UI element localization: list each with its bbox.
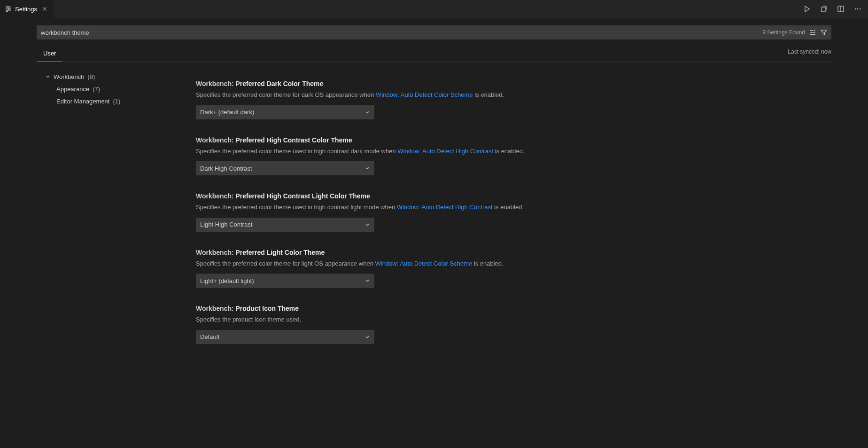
- search-status: 9 Settings Found: [762, 25, 828, 39]
- setting-link[interactable]: Window: Auto Detect Color Scheme: [376, 91, 473, 98]
- setting-description: Specifies the preferred color theme for …: [196, 90, 847, 100]
- scope-tab-user-label: User: [43, 50, 56, 57]
- setting-category: Workbench:: [196, 249, 236, 256]
- settings-tab[interactable]: Settings: [0, 0, 54, 18]
- setting-select-dropdown[interactable]: Light+ (default light): [196, 274, 374, 288]
- toc-appearance-count: (7): [93, 86, 100, 93]
- svg-point-9: [855, 8, 856, 9]
- setting-select-dropdown[interactable]: Dark High Contrast: [196, 161, 374, 175]
- svg-rect-6: [822, 7, 825, 12]
- setting-select-value: Light+ (default light): [200, 277, 254, 284]
- setting-link[interactable]: Window: Auto Detect High Contrast: [397, 148, 493, 155]
- setting-preferred-high-contrast-light-color-theme: Workbench: Preferred High Contrast Light…: [196, 186, 847, 242]
- setting-select-dropdown[interactable]: Dark+ (default dark): [196, 105, 374, 119]
- settings-search-container: 9 Settings Found: [37, 25, 831, 39]
- setting-select-dropdown[interactable]: Default: [196, 330, 374, 344]
- settings-main-content: Workbench (9) Appearance (7) Editor Mana…: [0, 70, 868, 448]
- settings-toc: Workbench (9) Appearance (7) Editor Mana…: [0, 70, 175, 448]
- chevron-down-icon: [364, 334, 370, 340]
- setting-select-value: Light High Contrast: [200, 221, 252, 228]
- svg-point-10: [857, 8, 858, 9]
- setting-link[interactable]: Window: Auto Detect Color Scheme: [375, 260, 473, 267]
- open-json-icon[interactable]: [817, 2, 830, 16]
- toc-item-appearance[interactable]: Appearance (7): [44, 83, 174, 95]
- setting-description: Specifies the preferred color theme used…: [196, 203, 847, 212]
- toc-item-editor-management[interactable]: Editor Management (1): [44, 95, 174, 107]
- setting-category: Workbench:: [196, 80, 236, 87]
- clear-search-icon[interactable]: [809, 29, 816, 36]
- setting-select-value: Default: [200, 333, 219, 340]
- toc-item-workbench[interactable]: Workbench (9): [44, 71, 174, 83]
- svg-point-5: [6, 10, 8, 12]
- more-actions-icon[interactable]: [851, 2, 864, 16]
- toc-workbench-label: Workbench: [54, 73, 85, 80]
- toc-workbench-count: (9): [88, 73, 95, 80]
- sync-status-label: Last synced: now: [788, 48, 831, 60]
- chevron-down-icon: [364, 278, 370, 283]
- settings-scope-row: User Last synced: now: [37, 46, 831, 62]
- setting-select-value: Dark+ (default dark): [200, 109, 254, 116]
- settings-tab-label: Settings: [15, 6, 37, 13]
- toc-appearance-label: Appearance: [56, 86, 89, 93]
- setting-description: Specifies the preferred color theme for …: [196, 259, 847, 268]
- setting-description: Specifies the preferred color theme used…: [196, 147, 847, 156]
- setting-product-icon-theme: Workbench: Product Icon Theme Specifies …: [196, 298, 847, 354]
- chevron-down-icon: [364, 222, 370, 228]
- setting-preferred-dark-color-theme: Workbench: Preferred Dark Color Theme Sp…: [196, 73, 847, 130]
- svg-rect-13: [810, 32, 815, 32]
- search-count-label: 9 Settings Found: [762, 29, 805, 36]
- setting-category: Workbench:: [196, 136, 236, 144]
- run-icon[interactable]: [800, 2, 814, 16]
- chevron-down-icon: [44, 73, 52, 80]
- toc-editor-mgmt-label: Editor Management: [56, 98, 109, 105]
- editor-tab-bar: Settings: [0, 0, 868, 18]
- filter-icon[interactable]: [820, 29, 828, 36]
- setting-description: Specifies the product icon theme used.: [196, 315, 847, 324]
- svg-point-3: [7, 6, 8, 8]
- settings-tab-icon: [5, 5, 12, 13]
- setting-link[interactable]: Window: Auto Detect High Contrast: [397, 204, 493, 211]
- split-editor-icon[interactable]: [834, 2, 847, 16]
- setting-name: Preferred High Contrast Color Theme: [236, 136, 352, 144]
- setting-preferred-light-color-theme: Workbench: Preferred Light Color Theme S…: [196, 242, 847, 299]
- chevron-down-icon: [364, 165, 370, 171]
- setting-preferred-high-contrast-color-theme: Workbench: Preferred High Contrast Color…: [196, 130, 847, 186]
- settings-search-input[interactable]: [37, 25, 831, 39]
- setting-category: Workbench:: [196, 305, 236, 312]
- svg-point-4: [8, 8, 10, 10]
- setting-name: Preferred Light Color Theme: [236, 249, 325, 256]
- editor-actions: [800, 2, 868, 16]
- chevron-down-icon: [364, 110, 370, 115]
- close-tab-button[interactable]: [40, 4, 49, 14]
- toc-editor-mgmt-count: (1): [113, 98, 120, 105]
- setting-name: Preferred High Contrast Light Color Them…: [236, 192, 370, 200]
- setting-select-value: Dark High Contrast: [200, 165, 252, 172]
- setting-name: Preferred Dark Color Theme: [236, 80, 324, 87]
- settings-editor: 9 Settings Found User: [0, 18, 868, 448]
- svg-rect-14: [810, 34, 815, 35]
- scope-tab-user[interactable]: User: [37, 46, 62, 62]
- setting-name: Product Icon Theme: [236, 305, 299, 312]
- setting-select-dropdown[interactable]: Light High Contrast: [196, 218, 374, 232]
- settings-list[interactable]: Workbench: Preferred Dark Color Theme Sp…: [175, 70, 868, 448]
- svg-point-11: [860, 8, 860, 9]
- setting-category: Workbench:: [196, 192, 236, 200]
